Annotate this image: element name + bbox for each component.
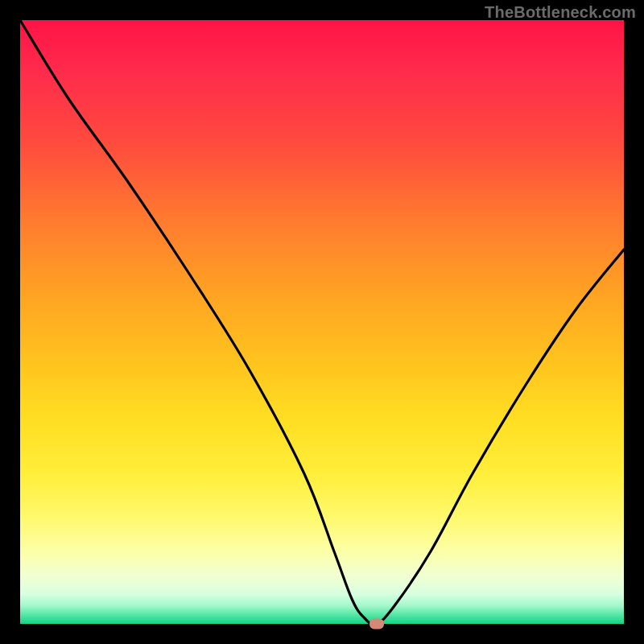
curve-path bbox=[20, 20, 624, 625]
chart-frame: TheBottleneck.com bbox=[0, 0, 644, 644]
optimal-point-marker bbox=[369, 619, 384, 630]
watermark-text: TheBottleneck.com bbox=[485, 3, 636, 22]
bottleneck-curve bbox=[20, 20, 624, 624]
